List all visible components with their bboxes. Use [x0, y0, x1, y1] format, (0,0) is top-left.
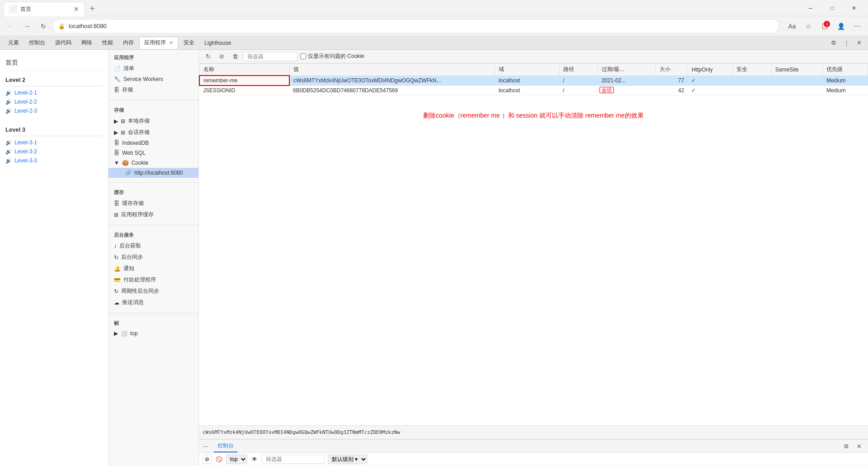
account-icon[interactable]: 👤 [834, 19, 848, 33]
nav-level3-3[interactable]: 🔊 Level-3-3 [5, 156, 103, 165]
col-domain: 域 [495, 64, 559, 76]
nav-indexeddb-label: IndexedDB [122, 140, 149, 146]
console-filter-input[interactable] [262, 455, 325, 464]
console-ellipsis[interactable]: ⋯ [203, 443, 208, 450]
col-httponly: HttpOnly [688, 64, 733, 76]
close-console-icon[interactable]: ✕ [854, 441, 864, 452]
nav-manifest[interactable]: 📄 清单 [108, 63, 198, 74]
nav-session-storage[interactable]: ▶ ⊞ 会话存储 [108, 127, 198, 138]
back-button[interactable]: ← [4, 19, 18, 33]
frame-icon: ⬜ [121, 330, 127, 337]
nav-payment-handler[interactable]: 💳 付款处理程序 [108, 274, 198, 285]
devtools-settings-icon[interactable]: ⚙ [828, 38, 839, 48]
active-tab[interactable]: 📄 首页 ✕ [4, 2, 85, 16]
nav-cookie[interactable]: ▼ 🍪 Cookie [108, 158, 198, 168]
devtools-nav: 应用程序 📄 清单 🔧 Service Workers 🗄 存储 [108, 50, 199, 466]
nav-level2-3[interactable]: 🔊 Level-2-3 [5, 106, 103, 115]
url-bar[interactable]: 🔒 localhost:8080 [52, 19, 779, 33]
nav-push-messaging[interactable]: ☁ 推送消息 [108, 297, 198, 308]
refresh-cookies-button[interactable]: ↻ [203, 51, 213, 62]
service-workers-icon: 🔧 [114, 76, 121, 82]
nav-websql-label: Web SQL [122, 150, 146, 156]
maximize-button[interactable]: □ [822, 1, 843, 15]
cookie-cell-0-3: / [559, 76, 598, 86]
console-eye-icon[interactable]: 👁 [250, 455, 259, 464]
cookie-cell-1-2: localhost [495, 86, 559, 95]
cookie-cell-0-9: Medium [823, 76, 868, 86]
show-problematic-checkbox[interactable] [300, 53, 306, 59]
cache-section: 缓存 🗄 缓存存储 ⊞ 应用程序缓存 [108, 185, 198, 223]
reader-mode-icon[interactable]: Aa [785, 19, 799, 33]
local-storage-icon: ⊞ [121, 118, 125, 124]
nav-notifications[interactable]: 🔔 通知 [108, 263, 198, 274]
refresh-button[interactable]: ↻ [36, 19, 51, 33]
console-tab-bar: ⋯ 控制台 ⚙ ✕ [199, 440, 868, 453]
cookie-cell-0-7 [733, 76, 771, 86]
cookie-table-header-row: 名称 值 域 路径 过期/最... 大小 HttpOnly 安全 SameSit… [199, 64, 868, 76]
nav-level2-1[interactable]: 🔊 Level-2-1 [5, 88, 103, 97]
tab-security[interactable]: 安全 [179, 37, 199, 48]
close-button[interactable]: ✕ [844, 1, 864, 15]
console-tab[interactable]: 控制台 [214, 440, 237, 452]
cookie-cell-0-5: 77 [656, 76, 688, 86]
page-title: 首页 [5, 55, 103, 71]
nav-cache-storage[interactable]: 🗄 缓存存储 [108, 198, 198, 209]
show-problematic-checkbox-label[interactable]: 仅显示有问题的 Cookie [300, 52, 364, 60]
tab-console[interactable]: 控制台 [24, 37, 50, 48]
collection-icon[interactable]: 📋 1 [817, 19, 832, 33]
clear-cookies-button[interactable]: 🗑 [230, 51, 241, 62]
nav-level2-3-label: Level-2-3 [14, 108, 37, 114]
nav-level3-1[interactable]: 🔊 Level-3-1 [5, 138, 103, 147]
show-problematic-label: 仅显示有问题的 Cookie [308, 52, 364, 60]
devtools-close-icon[interactable]: ✕ [854, 38, 864, 48]
nav-local-storage[interactable]: ▶ ⊞ 本地存储 [108, 115, 198, 127]
nav-periodic-sync[interactable]: ↻ 周期性后台同步 [108, 285, 198, 297]
tab-title: 首页 [20, 5, 70, 13]
tab-close-button[interactable]: ✕ [74, 5, 79, 13]
tab-bar: 📄 首页 ✕ + [4, 0, 800, 16]
more-tools-icon[interactable]: ⋯ [850, 19, 864, 33]
nav-indexeddb[interactable]: 🗄 IndexedDB [108, 138, 198, 148]
console-settings-icon[interactable]: ⚙ [841, 441, 852, 452]
nav-storage-item[interactable]: 🗄 存储 [108, 84, 198, 95]
expand-cookie: ▼ [114, 160, 119, 166]
console-level-select[interactable]: 默认级别 ▾ [328, 454, 368, 464]
nav-websql[interactable]: 🗄 Web SQL [108, 148, 198, 158]
nav-service-workers[interactable]: 🔧 Service Workers [108, 74, 198, 84]
tab-performance[interactable]: 性能 [98, 37, 118, 48]
tab-lighthouse[interactable]: Lighthouse [200, 38, 236, 48]
console-prohibit-icon[interactable]: 🚫 [214, 455, 223, 464]
nav-local-storage-label: 本地存储 [128, 117, 150, 125]
tab-application-close[interactable]: ✕ [169, 40, 173, 45]
minimize-button[interactable]: ─ [800, 1, 821, 15]
favorites-icon[interactable]: ☆ [801, 19, 816, 33]
nav-background-fetch[interactable]: ↕ 后台获取 [108, 240, 198, 252]
console-context-select[interactable]: top [226, 454, 247, 464]
devtools-dock-icon[interactable]: ⋮ [841, 38, 852, 48]
nav-cookie-localhost[interactable]: 🔗 http://localhost:8080 [108, 168, 198, 178]
console-clear-button[interactable]: ⊘ [203, 455, 212, 464]
tab-application[interactable]: 应用程序 ✕ [139, 37, 178, 49]
cookie-table-container: 名称 值 域 路径 过期/最... 大小 HttpOnly 安全 SameSit… [199, 63, 868, 425]
nav-frame-top[interactable]: ▶ ⬜ top [108, 328, 198, 338]
nav-level2-2[interactable]: 🔊 Level-2-2 [5, 97, 103, 106]
tab-sources[interactable]: 源代码 [51, 37, 76, 48]
tab-memory[interactable]: 内存 [118, 37, 138, 48]
storage-icon: 🗄 [114, 87, 119, 93]
tab-elements[interactable]: 元素 [4, 37, 24, 48]
new-tab-button[interactable]: + [85, 2, 99, 16]
nav-app-cache[interactable]: ⊞ 应用程序缓存 [108, 209, 198, 220]
tab-network[interactable]: 网络 [77, 37, 97, 48]
nav-background-sync[interactable]: ↻ 后台同步 [108, 252, 198, 263]
nav-level3-2[interactable]: 🔊 Level-3-2 [5, 147, 103, 156]
cookie-row-0[interactable]: remember-mecWs6MTYxMzk4NjUwOTE0OToxMDI4N… [199, 76, 868, 86]
forward-button[interactable]: → [20, 19, 34, 33]
cookie-filter-input[interactable] [243, 52, 297, 61]
block-cookies-button[interactable]: ⊘ [216, 51, 227, 62]
cookie-cell-1-4: 会话 [598, 86, 656, 95]
cookie-row-1[interactable]: JSESSIONID6B0DB5254DC0BD74680778DADE5475… [199, 86, 868, 95]
nav-periodic-sync-label: 周期性后台同步 [121, 287, 159, 295]
col-priority: 优先级 [823, 64, 868, 76]
cookie-cell-1-9: Medium [823, 86, 868, 95]
console-panel: ⋯ 控制台 ⚙ ✕ ⊘ 🚫 top 👁 [199, 439, 868, 466]
